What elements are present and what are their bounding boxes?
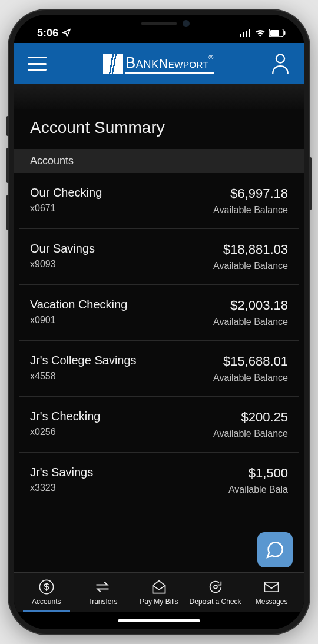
- account-number: x0901: [30, 315, 127, 326]
- tab-label: Transfers: [88, 597, 117, 606]
- account-name: Our Savings: [30, 242, 95, 255]
- notch: [106, 15, 212, 32]
- svg-rect-5: [270, 30, 279, 36]
- tab-deposit-check[interactable]: Deposit a Check: [187, 579, 244, 612]
- tab-label: Messages: [256, 597, 288, 606]
- account-number: x3323: [30, 483, 93, 493]
- account-number: x9093: [30, 259, 95, 270]
- svg-rect-2: [246, 31, 247, 37]
- account-number: x0671: [30, 203, 102, 214]
- svg-rect-6: [284, 31, 286, 35]
- battery-icon: [269, 29, 286, 37]
- tab-messages[interactable]: Messages: [243, 579, 300, 612]
- account-balance: $6,997.18: [213, 186, 288, 201]
- tab-label: Accounts: [32, 597, 61, 606]
- account-number: x4558: [30, 371, 137, 381]
- account-balance: $200.25: [213, 410, 288, 425]
- brand-logo[interactable]: BankNewport®: [103, 54, 214, 74]
- location-icon: [62, 28, 71, 38]
- transfer-icon: [94, 579, 111, 595]
- page-title: Account Summary: [14, 109, 304, 149]
- logo-mark-icon: [103, 54, 123, 74]
- tab-transfers[interactable]: Transfers: [75, 579, 131, 612]
- account-row[interactable]: Our Savings x9093 $18,881.03 Available B…: [14, 229, 304, 284]
- account-balance: $15,688.01: [213, 354, 288, 369]
- account-row[interactable]: Jr's Savings x3323 $1,500 Available Bala: [14, 453, 304, 508]
- profile-button[interactable]: [270, 52, 290, 75]
- svg-point-7: [276, 54, 284, 62]
- svg-point-9: [214, 585, 217, 589]
- section-header: Accounts: [14, 149, 304, 173]
- home-indicator[interactable]: [118, 619, 200, 622]
- svg-rect-1: [243, 32, 244, 37]
- account-name: Jr's Savings: [30, 466, 93, 479]
- svg-rect-0: [240, 34, 241, 37]
- phone-frame: 5:06 BankNewport® Account Summa: [9, 10, 309, 634]
- account-name: Our Checking: [30, 186, 102, 200]
- account-row[interactable]: Jr's Checking x0256 $200.25 Available Ba…: [14, 397, 304, 452]
- camera-refresh-icon: [207, 579, 224, 595]
- chat-button[interactable]: [257, 532, 293, 567]
- chat-icon: [265, 540, 285, 560]
- brand-name: BankNewport®: [125, 54, 214, 74]
- tab-bar: Accounts Transfers Pay My Bills Deposit …: [14, 572, 304, 612]
- status-time: 5:06: [37, 27, 58, 39]
- menu-button[interactable]: [28, 57, 47, 71]
- account-name: Jr's Checking: [30, 410, 100, 423]
- balance-label: Available Balance: [213, 373, 288, 383]
- mail-icon: [263, 579, 280, 595]
- tab-label: Deposit a Check: [190, 597, 241, 606]
- wifi-icon: [255, 29, 266, 37]
- balance-label: Available Balance: [213, 205, 288, 215]
- account-row[interactable]: Jr's College Savings x4558 $15,688.01 Av…: [14, 341, 304, 396]
- balance-label: Available Bala: [228, 484, 288, 495]
- user-icon: [270, 52, 290, 75]
- dollar-circle-icon: [38, 579, 55, 595]
- tab-accounts[interactable]: Accounts: [18, 579, 75, 612]
- account-name: Vacation Checking: [30, 298, 127, 311]
- cellular-icon: [240, 29, 251, 37]
- account-balance: $18,881.03: [213, 242, 288, 257]
- app-header: BankNewport®: [14, 43, 304, 84]
- tab-label: Pay My Bills: [140, 597, 178, 606]
- balance-label: Available Balance: [213, 261, 288, 271]
- envelope-open-icon: [151, 579, 167, 595]
- account-name: Jr's College Savings: [30, 354, 137, 367]
- main-content: Account Summary Accounts Our Checking x0…: [14, 84, 304, 572]
- account-row[interactable]: Vacation Checking x0901 $2,003.18 Availa…: [14, 285, 304, 340]
- balance-label: Available Balance: [213, 317, 288, 327]
- account-row[interactable]: Our Checking x0671 $6,997.18 Available B…: [14, 173, 304, 228]
- tab-pay-bills[interactable]: Pay My Bills: [131, 579, 187, 612]
- svg-rect-10: [265, 582, 279, 592]
- account-balance: $1,500: [228, 466, 288, 481]
- balance-label: Available Balance: [213, 429, 288, 439]
- svg-rect-3: [249, 29, 250, 37]
- account-number: x0256: [30, 427, 100, 437]
- account-balance: $2,003.18: [213, 298, 288, 313]
- home-bar: [14, 612, 304, 629]
